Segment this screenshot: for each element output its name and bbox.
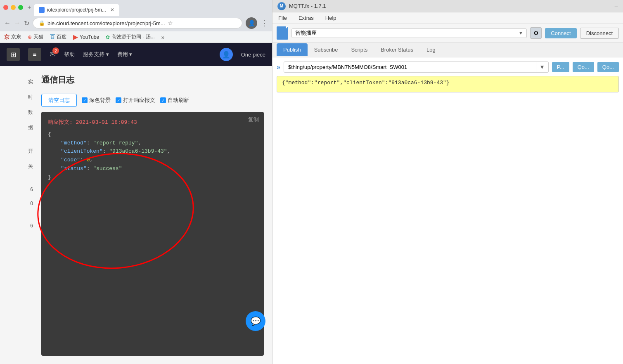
qos-btn-2[interactable]: Qo... xyxy=(597,62,619,72)
mqtt-title-bar: M MQTT.fx - 1.7.1 − xyxy=(272,0,623,12)
dark-bg-label: 深色背景 xyxy=(89,97,111,104)
log-key-token: "clientToken" xyxy=(61,148,102,154)
nav-icon-2[interactable]: ≡ xyxy=(28,48,41,61)
nav-username: One piece xyxy=(241,52,265,58)
settings-gear-button[interactable]: ⚙ xyxy=(530,27,542,39)
auto-refresh-label: 自动刷新 xyxy=(168,97,189,104)
tab-broker-status[interactable]: Broker Status xyxy=(374,43,420,56)
mqtt-minimize-button[interactable]: − xyxy=(614,2,618,10)
back-button[interactable]: ← xyxy=(4,19,11,27)
topic-input[interactable] xyxy=(284,62,536,72)
tab-scripts[interactable]: Scripts xyxy=(344,43,374,56)
forward-button[interactable]: → xyxy=(14,19,21,27)
nav-icon-1[interactable]: ⊞ xyxy=(7,48,20,61)
clear-log-button[interactable]: 清空日志 xyxy=(41,94,77,107)
disconnect-button[interactable]: Disconnect xyxy=(580,28,619,39)
tab-title: iotexplorer/project/prj-5m... xyxy=(47,7,106,13)
address-bar[interactable]: 🔒 ble.cloud.tencent.com/iotexplorer/proj… xyxy=(33,18,242,28)
page-sidebar: 实 时 数 据 开 关 6 0 6 xyxy=(8,74,33,356)
log-header: 响应报文: 2021-03-01 18:09:43 xyxy=(48,118,257,127)
menu-extras[interactable]: Extras xyxy=(296,14,316,22)
mqtt-publish-content: » ▼ P... Qo... Qo... {"method":"report",… xyxy=(272,57,623,364)
bookmark-jd-label: 京东 xyxy=(11,33,21,40)
xf-icon: ✿ xyxy=(106,34,110,40)
address-bar-row: ← → ↻ 🔒 ble.cloud.tencent.com/iotexplore… xyxy=(0,15,272,31)
bookmark-youtube[interactable]: ▶ YouTube xyxy=(73,33,99,41)
win-max-btn[interactable] xyxy=(18,5,23,10)
jd-icon: 京 xyxy=(4,33,9,41)
browser-tab[interactable]: iotexplorer/project/prj-5m... ✕ xyxy=(34,4,119,16)
connect-button[interactable]: Connect xyxy=(545,28,576,38)
sidebar-label-6: 关 xyxy=(8,163,33,170)
mqtt-panel: M MQTT.fx - 1.7.1 − File Extras Help ▼ ⚙… xyxy=(272,0,623,364)
mqtt-title-text: MQTT.fx - 1.7.1 xyxy=(289,3,326,9)
bookmark-baidu-label: 百度 xyxy=(57,33,66,40)
nav-mail[interactable]: ✉ 2 xyxy=(50,50,56,59)
tab-publish[interactable]: Publish xyxy=(277,43,308,56)
auto-refresh-checkbox[interactable]: ✓ 自动刷新 xyxy=(160,97,189,104)
toolbar: 清空日志 ✓ 深色背景 ✓ 打开响应报文 ✓ 自动刷新 xyxy=(41,94,264,107)
log-area: 复制 响应报文: 2021-03-01 18:09:43 { "method":… xyxy=(41,112,264,356)
sidebar-label-9: 6 xyxy=(8,223,33,229)
mqtt-message-text: {"method":"report","clientToken":"913a0c… xyxy=(282,80,450,86)
menu-file[interactable]: File xyxy=(276,14,289,22)
user-avatar[interactable]: 👤 xyxy=(220,48,233,61)
chat-float-button[interactable]: 💬 xyxy=(246,311,265,331)
bookmark-tianmao-label: 天猫 xyxy=(33,33,43,40)
tianmao-icon: ⊕ xyxy=(28,34,32,40)
address-text: ble.cloud.tencent.com/iotexplorer/projec… xyxy=(47,20,165,26)
log-key-method: "method" xyxy=(61,140,86,146)
log-brace-close: } xyxy=(48,174,51,180)
broker-dropdown-button[interactable]: ▼ xyxy=(518,30,523,36)
bookmarks-more-button[interactable]: » xyxy=(161,34,165,40)
nav-help[interactable]: 帮助 xyxy=(64,51,75,58)
copy-button[interactable]: 复制 xyxy=(248,116,259,123)
bookmark-xf[interactable]: ✿ 高效源于协同 - 汤... xyxy=(106,33,155,40)
page-nav: ⊞ ≡ ✉ 2 帮助 服务支持 ▾ 费用 ▾ 👤 One piece xyxy=(0,43,272,66)
tab-favicon xyxy=(39,7,45,13)
sidebar-label-7: 6 xyxy=(8,187,33,192)
sidebar-label-3: 数 xyxy=(8,109,33,116)
broker-input[interactable] xyxy=(295,30,518,36)
tab-bar: + iotexplorer/project/prj-5m... ✕ xyxy=(0,0,272,15)
mqtt-menu-bar: File Extras Help xyxy=(272,12,623,24)
log-value-token: "913a0ca6-13b9-43" xyxy=(109,148,167,154)
win-close-btn[interactable] xyxy=(3,5,8,10)
mqtt-empty-area xyxy=(277,96,619,360)
mqtt-message-area[interactable]: {"method":"report","clientToken":"913a0c… xyxy=(277,76,619,92)
bookmark-baidu[interactable]: 百 百度 xyxy=(50,33,66,40)
menu-help[interactable]: Help xyxy=(323,14,339,22)
tab-subscribe[interactable]: Subscribe xyxy=(308,43,345,56)
mqtt-toolbar: ▼ ⚙ Connect Disconnect xyxy=(272,24,623,43)
page-content: 实 时 数 据 开 关 6 0 6 通信日志 清空日志 ✓ 深色背景 ✓ 打开响… xyxy=(0,66,272,364)
nav-fees[interactable]: 费用 ▾ xyxy=(117,51,133,58)
response-checkbox[interactable]: ✓ 打开响应报文 xyxy=(116,97,155,104)
bookmark-xf-label: 高效源于协同 - 汤... xyxy=(111,33,155,40)
more-options-button[interactable]: ⋮ xyxy=(261,19,268,28)
mail-badge: 2 xyxy=(52,47,59,54)
response-label: 打开响应报文 xyxy=(123,97,155,104)
topic-dropdown-button[interactable]: ▼ xyxy=(536,62,548,72)
nav-support[interactable]: 服务支持 ▾ xyxy=(83,51,109,58)
tab-close-icon[interactable]: ✕ xyxy=(110,7,114,13)
browser-chrome: + iotexplorer/project/prj-5m... ✕ ← → ↻ … xyxy=(0,0,272,43)
mqtt-title: M MQTT.fx - 1.7.1 xyxy=(277,2,326,10)
sidebar-label-4: 据 xyxy=(8,124,33,131)
bookmark-jd[interactable]: 京 京东 xyxy=(4,33,21,41)
refresh-button[interactable]: ↻ xyxy=(24,19,29,27)
sidebar-label-1: 实 xyxy=(8,78,33,85)
dark-bg-checkbox[interactable]: ✓ 深色背景 xyxy=(82,97,111,104)
account-icon[interactable]: 👤 xyxy=(246,17,257,29)
bookmark-star-icon[interactable]: ☆ xyxy=(168,20,173,26)
bookmark-tianmao[interactable]: ⊕ 天猫 xyxy=(28,33,43,40)
qos-btn-1[interactable]: Qo... xyxy=(573,62,594,72)
page-main: 通信日志 清空日志 ✓ 深色背景 ✓ 打开响应报文 ✓ 自动刷新 复制 xyxy=(41,74,264,356)
win-min-btn[interactable] xyxy=(11,5,16,10)
new-tab-button[interactable]: + xyxy=(26,5,32,10)
tab-log[interactable]: Log xyxy=(420,43,442,56)
auto-refresh-checkbox-icon: ✓ xyxy=(160,97,166,103)
topic-row: » ▼ P... Qo... Qo... xyxy=(277,61,619,73)
sidebar-label-8: 0 xyxy=(8,201,33,206)
youtube-icon: ▶ xyxy=(73,33,78,41)
publish-btn[interactable]: P... xyxy=(552,62,569,72)
